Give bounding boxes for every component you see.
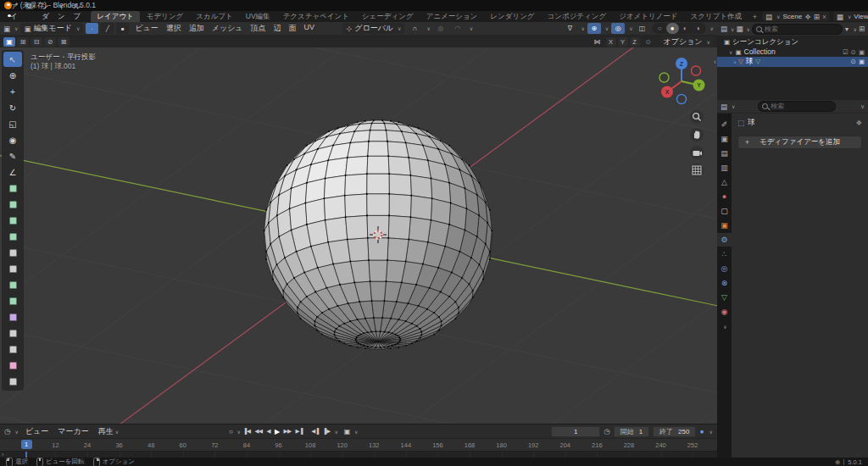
viewport-3d[interactable]: ↖⊕+↻◱◉✎∠ ユーザー・平行投影 (1) 球 | 球.001 ZYX ‹ [0,47,717,424]
properties-tab-material[interactable]: ◉ [717,305,732,319]
pin-icon[interactable]: ❖ [855,119,862,127]
display-mode-icon[interactable]: ▦ [736,25,743,33]
viewport-menu-mesh[interactable]: メッシュ [209,23,247,34]
properties-tab-object[interactable]: ▣ [717,219,732,232]
tool-extrude-region[interactable] [3,197,22,212]
tool-loop-cut[interactable] [3,245,22,260]
scene-collection-label[interactable]: シーンコレクション [732,37,798,47]
panel-collapse-arrow[interactable]: ‹ [714,58,716,66]
mirror-y-button[interactable]: Y [618,37,628,47]
tool-move[interactable]: + [3,84,22,99]
hide-eye-icon[interactable]: ⊙ [851,48,856,56]
workspace-tab-uv-editing[interactable]: UV編集 [240,11,276,23]
outliner-editor-icon[interactable]: ▤ [721,25,727,33]
expand-chevron-icon[interactable]: › [734,59,736,64]
tool-add-cube[interactable] [3,180,22,196]
jump-to-end-button[interactable]: ▶▐ [294,428,305,435]
edge-select-button[interactable]: ╱ [101,23,114,34]
outliner-row-collection[interactable]: ∨ ▣ Collection ☑ ⊙ ▣ [717,47,868,58]
tool-cursor[interactable]: ⊕ [3,68,22,83]
zoom-icon[interactable] [690,110,704,124]
tool-rotate[interactable]: ↻ [3,100,22,115]
properties-tab-world[interactable]: ● [717,190,732,203]
properties-tab-modifiers[interactable]: ⚙ [717,233,732,247]
properties-tabs-overflow-chevron[interactable]: ∨ [717,319,732,333]
timeline-menu-view[interactable]: ビュー [21,426,53,437]
shading-wireframe-button[interactable]: ○ [654,23,666,34]
tool-bevel[interactable] [3,229,22,244]
tool-transform[interactable]: ◉ [3,132,22,147]
shading-material-button[interactable]: ◐ [679,23,692,34]
workspace-tab-modeling[interactable]: モデリング [141,11,190,23]
properties-options-chevron[interactable]: ∨ [860,103,865,110]
checkbox-icon[interactable]: ☑ [843,48,849,56]
viewport-menu-view[interactable]: ビュー [131,23,161,34]
tool-shrink-fatten[interactable] [3,341,22,357]
camera-view-icon[interactable] [690,146,704,159]
tool-spin[interactable] [3,293,22,308]
properties-tab-collection[interactable]: ▢ [717,204,732,218]
grid-ortho-icon[interactable] [690,164,704,177]
scene-name[interactable]: Scene [782,13,802,20]
tool-select-box[interactable]: ↖ [3,52,22,67]
close-icon[interactable]: × [822,13,826,21]
hide-eye-icon[interactable]: ⊙ [851,58,856,65]
auto-keying-icon[interactable]: ○ [227,428,234,435]
viewport-menu-add[interactable]: 追加 [186,23,208,34]
workspace-tab-rendering[interactable]: レンダリング [484,11,540,23]
mirror-x-button[interactable]: X [606,37,616,47]
viewport-menu-vertex[interactable]: 頂点 [248,23,270,34]
properties-tab-particles[interactable]: ∴ [717,247,732,261]
shading-rendered-button[interactable]: ◑ [692,23,704,34]
tool-annotate[interactable]: ✎ [3,148,22,164]
add-workspace-button[interactable]: + [748,13,761,21]
play-reverse-button[interactable]: ◀ [264,428,272,435]
editor-type-icon[interactable]: ▣ [3,25,10,33]
scene-selector[interactable]: ▤∨ Scene ❖ ⊞ × [762,12,830,21]
add-modifier-button[interactable]: + モディファイアーを追加 [737,136,862,149]
outliner-row-scene-collection[interactable]: ▣ シーンコレクション [717,37,868,47]
play-button[interactable]: ▶ [273,428,281,435]
options-dropdown[interactable]: オプション ∨ [660,36,714,47]
xray-toggle-icon[interactable]: ◫ [636,23,649,34]
mirror-icon[interactable]: ⋈ [591,36,604,47]
prev-keyframe-button[interactable]: ◀◀ [253,428,264,435]
tool-knife[interactable] [3,261,22,276]
properties-editor-icon[interactable]: ▤ [721,103,727,111]
frame-end-field[interactable]: 終了 250 [653,426,696,437]
visibility-filter-icon[interactable]: ∇ [563,23,576,34]
disable-render-camera-icon[interactable]: ▣ [859,58,865,65]
gizmo-toggle-icon[interactable]: ⊕ [587,23,601,34]
workspace-tab-shading[interactable]: シェーディング [356,11,420,23]
frame-forward-button[interactable]: ▐▶ [321,428,332,435]
proportional-edit-toggle[interactable]: ◎ [434,23,448,34]
tool-rip-region[interactable] [3,374,22,389]
tool-scale[interactable]: ◱ [3,116,22,131]
mirror-z-button[interactable]: Z [630,37,640,47]
viewport-menu-face[interactable]: 面 [286,23,300,34]
current-frame-field[interactable]: 1 [551,426,600,437]
frame-back-button[interactable]: ◀▐ [309,428,320,435]
shading-solid-button[interactable]: ● [666,23,679,34]
pan-hand-icon[interactable] [690,128,704,141]
disable-render-camera-icon[interactable]: ▣ [859,48,865,56]
select-mode-subtract-button[interactable]: ⊟ [31,37,42,47]
new-scene-icon[interactable]: ⊞ [814,13,820,21]
timeline-menu-playback[interactable]: 再生∨ [94,426,123,437]
properties-tab-render[interactable]: ▣ [717,132,732,146]
falloff-icon[interactable]: ◠ [451,23,465,34]
viewport-menu-uv[interactable]: UV [301,23,319,34]
timeline-ruler[interactable]: 1 12243648607284961081201321441561681801… [0,438,717,451]
timeline-sync-icon[interactable]: ● [699,427,704,435]
properties-tab-scene[interactable]: △ [717,175,732,189]
tool-poly-build[interactable] [3,277,22,292]
vertex-select-button[interactable]: ∙ [86,23,98,34]
keying-set-icon[interactable]: ▣ [342,428,352,435]
current-frame-marker[interactable]: 1 [21,440,32,449]
properties-tab-physics[interactable]: ◎ [717,262,732,275]
workspace-tab-geometry-nodes[interactable]: ジオメトリノード [613,11,683,23]
breadcrumb-object-name[interactable]: 球 [748,118,755,128]
workspace-tab-animation[interactable]: アニメーション [420,11,484,23]
overlays-toggle-icon[interactable]: ◎ [611,23,625,34]
workspace-tab-sculpting[interactable]: スカルプト [190,11,239,23]
